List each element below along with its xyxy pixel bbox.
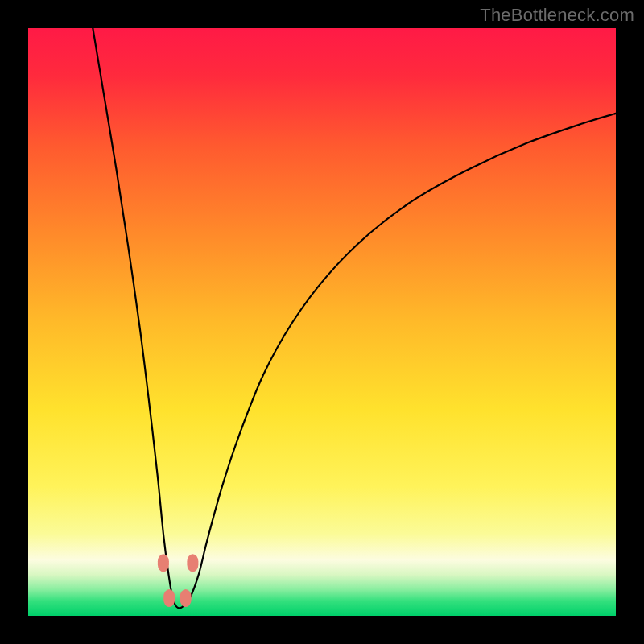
plot-area [28,28,616,616]
curve-marker [187,554,198,572]
curve-marker [158,554,169,572]
chart-frame: TheBottleneck.com [0,0,644,644]
curve-marker [163,589,175,607]
attribution-text: TheBottleneck.com [480,5,634,26]
curve-markers [158,554,199,607]
bottleneck-curve [93,28,616,608]
curve-marker [180,589,192,607]
curve-layer [28,28,616,616]
